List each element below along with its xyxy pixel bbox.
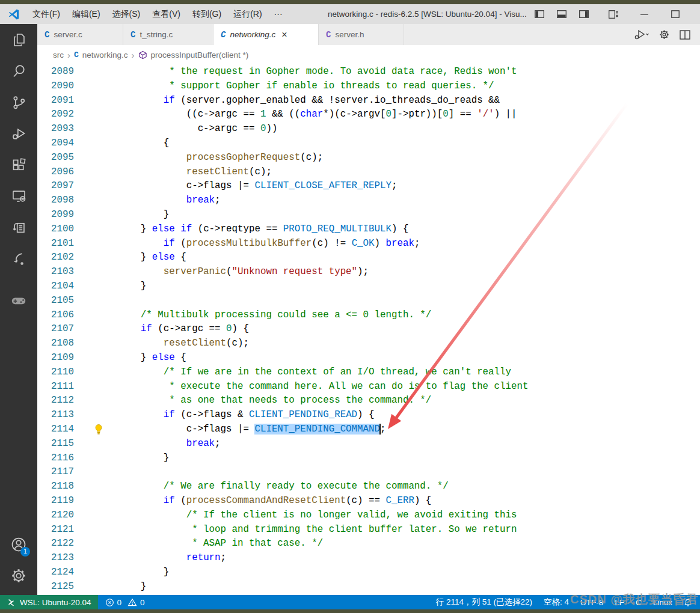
run-debug-icon[interactable] — [0, 118, 37, 149]
settings-gear-icon[interactable] — [0, 560, 37, 591]
code-line-2121[interactable]: * loop and trimming the client buffer la… — [95, 523, 700, 537]
line-number[interactable]: 2125 — [37, 580, 74, 594]
lightbulb-icon[interactable] — [94, 424, 103, 436]
code-line-2107[interactable]: if (c->argc == 0) { — [95, 322, 700, 337]
code-line-2106[interactable]: /* Multibulk processing could see a <= 0… — [95, 308, 700, 323]
line-number[interactable]: 2112 — [37, 394, 74, 408]
explorer-icon[interactable] — [0, 24, 37, 55]
indentation[interactable]: 空格: 4 — [544, 597, 569, 608]
code-line-2113[interactable]: if (c->flags & CLIENT_PENDING_READ) { — [95, 408, 700, 422]
line-number[interactable]: 2093 — [37, 122, 74, 136]
code-line-2119[interactable]: if (processCommandAndResetClient(c) == C… — [95, 494, 700, 508]
line-number[interactable]: 2116 — [37, 451, 74, 466]
tab-networking.c[interactable]: Cnetworking.c× — [213, 24, 319, 45]
line-number[interactable]: 2121 — [37, 523, 74, 537]
customize-layout-icon[interactable] — [609, 10, 619, 19]
line-number[interactable]: 2095 — [37, 151, 74, 165]
code-line-2116[interactable]: } — [95, 451, 700, 466]
split-editor-icon[interactable] — [680, 30, 690, 40]
line-number[interactable]: 2104 — [37, 279, 74, 294]
code-line-2099[interactable]: } — [95, 208, 700, 222]
line-number[interactable]: 2124 — [37, 566, 74, 580]
code-line-2111[interactable]: * execute the command here. All we can d… — [95, 380, 700, 394]
line-number[interactable]: 2110 — [37, 365, 74, 380]
line-number[interactable]: 2102 — [37, 251, 74, 265]
tab-t_string.c[interactable]: Ct_string.c — [123, 24, 213, 45]
hook-arrow-icon[interactable] — [0, 243, 37, 274]
code-line-2120[interactable]: /* If the client is no longer valid, we … — [95, 508, 700, 523]
line-number[interactable]: 2103 — [37, 265, 74, 279]
layout-sidebar-left-icon[interactable] — [535, 10, 544, 18]
code-line-2091[interactable]: if (server.gopher_enabled && !server.io_… — [95, 94, 700, 108]
code-line-2109[interactable]: } else { — [95, 351, 700, 365]
line-number[interactable]: 2101 — [37, 237, 74, 251]
docs-sync-icon[interactable] — [0, 212, 37, 243]
code-line-2098[interactable]: break; — [95, 194, 700, 208]
code-line-2123[interactable]: return; — [95, 551, 700, 566]
code-line-2115[interactable]: break; — [95, 437, 700, 451]
layout-sidebar-right-icon[interactable] — [579, 10, 589, 18]
line-number[interactable]: 2118 — [37, 480, 74, 494]
line-number[interactable]: 2091 — [37, 94, 74, 108]
code-line-2100[interactable]: } else if (c->reqtype == PROTO_REQ_MULTI… — [95, 222, 700, 237]
account-icon[interactable]: 1 — [0, 529, 37, 560]
menu-item-6[interactable]: ··· — [268, 4, 289, 24]
line-number[interactable]: 2090 — [37, 79, 74, 94]
tab-server.c[interactable]: Cserver.c — [37, 24, 123, 45]
close-icon[interactable]: × — [281, 30, 287, 40]
line-number[interactable]: 2108 — [37, 337, 74, 351]
breadcrumb-item-file[interactable]: networking.c — [82, 50, 128, 59]
menu-item-4[interactable]: 转到(G) — [186, 4, 227, 24]
problems-indicator[interactable]: 0 0 — [105, 598, 145, 607]
extensions-icon[interactable] — [0, 149, 37, 180]
eol-sequence[interactable]: LF — [615, 598, 624, 607]
line-number[interactable]: 2092 — [37, 108, 74, 122]
encoding[interactable]: UTF-8 — [580, 598, 603, 607]
code-line-2097[interactable]: c->flags |= CLIENT_CLOSE_AFTER_REPLY; — [95, 179, 700, 194]
code-line-2089[interactable]: * the request in Gopher mode. To avoid d… — [95, 65, 700, 79]
code-line-2095[interactable]: processGopherRequest(c); — [95, 151, 700, 165]
line-number[interactable]: 2099 — [37, 208, 74, 222]
source-control-icon[interactable] — [0, 87, 37, 118]
code-line-2096[interactable]: resetClient(c); — [95, 165, 700, 180]
menu-item-3[interactable]: 查看(V) — [146, 4, 186, 24]
maximize-icon[interactable] — [671, 10, 680, 18]
code-line-2122[interactable]: * ASAP in that case. */ — [95, 537, 700, 551]
code-line-2090[interactable]: * support Gopher if enable io threads to… — [95, 79, 700, 94]
line-number[interactable]: 2100 — [37, 222, 74, 237]
breadcrumb-item-src[interactable]: src — [53, 50, 64, 59]
line-number[interactable]: 2114 — [37, 422, 74, 437]
line-number[interactable]: 2098 — [37, 194, 74, 208]
breadcrumb-item-symbol[interactable]: processInputBuffer(client *) — [151, 50, 249, 59]
line-number[interactable]: 2119 — [37, 494, 74, 508]
cursor-position[interactable]: 行 2114，列 51 (已选择22) — [436, 597, 532, 608]
code-editor[interactable]: 2089209020912092209320942095209620972098… — [37, 65, 700, 595]
line-number[interactable]: 2120 — [37, 508, 74, 523]
menu-item-2[interactable]: 选择(S) — [106, 4, 147, 24]
code-line-2102[interactable]: } else { — [95, 251, 700, 265]
code-line-2094[interactable]: { — [95, 136, 700, 151]
line-number[interactable]: 2111 — [37, 380, 74, 394]
minimize-icon[interactable] — [640, 10, 649, 18]
line-number[interactable]: 2097 — [37, 179, 74, 194]
line-number[interactable]: 2123 — [37, 551, 74, 566]
code-line-2092[interactable]: ((c->argc == 1 && ((char*)(c->argv[0]->p… — [95, 108, 700, 122]
run-debug-file-icon[interactable] — [634, 29, 649, 40]
line-number[interactable]: 2109 — [37, 351, 74, 365]
code-line-2114[interactable]: c->flags |= CLIENT_PENDING_COMMAND; — [95, 422, 700, 437]
code-line-2104[interactable]: } — [95, 279, 700, 294]
line-number[interactable]: 2106 — [37, 308, 74, 323]
code-line-2112[interactable]: * as one that needs to process the comma… — [95, 394, 700, 408]
code-line-2117[interactable] — [95, 465, 700, 480]
line-number[interactable]: 2105 — [37, 294, 74, 308]
code-line-2118[interactable]: /* We are finally ready to execute the c… — [95, 480, 700, 494]
menu-item-5[interactable]: 运行(R) — [227, 4, 268, 24]
line-number[interactable]: 2113 — [37, 408, 74, 422]
cpp-configuration[interactable]: Linux — [653, 598, 672, 607]
code-line-2110[interactable]: /* If we are in the context of an I/O th… — [95, 365, 700, 380]
remote-explorer-icon[interactable] — [0, 180, 37, 212]
remote-indicator[interactable]: WSL: Ubuntu-20.04 — [0, 595, 98, 609]
line-number[interactable]: 2096 — [37, 165, 74, 180]
menu-item-1[interactable]: 编辑(E) — [66, 4, 106, 24]
line-number[interactable]: 2115 — [37, 437, 74, 451]
